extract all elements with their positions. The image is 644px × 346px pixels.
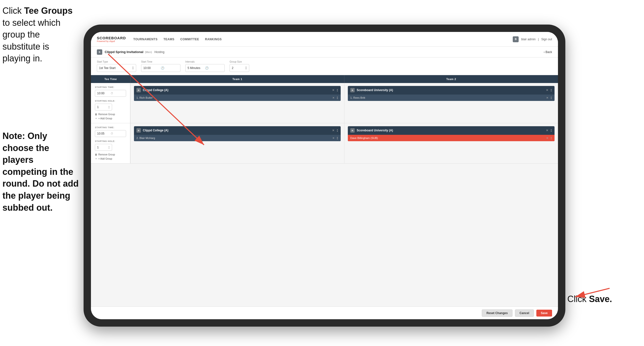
sub-header: B Clippd Spring Invitational (Men) Hosti… bbox=[91, 47, 558, 57]
nav-teams[interactable]: TEAMS bbox=[164, 36, 174, 42]
team2-card-1: B Scoreboard University (A) ✕ ▲▼ Dave Bi… bbox=[348, 126, 554, 141]
team1-header-0: B Clippd College (A) ✕ ▲▼ bbox=[134, 86, 341, 94]
start-time-group: Start Time 10:00 🕐 bbox=[141, 60, 180, 72]
th-team1: Team 1 bbox=[130, 75, 344, 83]
team2-player-row-1-0[interactable]: Dave Billingham (SUB) ✕ ▲▼ bbox=[348, 135, 554, 141]
team1-name-1: Clippd College (A) bbox=[143, 129, 330, 132]
intervals-group: Intervals 5 Minutes 🕐 bbox=[185, 60, 225, 72]
remove-group-btn-1[interactable]: 🗑 Remove Group bbox=[95, 153, 126, 156]
table-header: Tee Time Team 1 Team 2 bbox=[91, 75, 558, 83]
team2-player-close-icon-1-0[interactable]: ✕ bbox=[546, 137, 548, 140]
nav-committee[interactable]: COMMITTEE bbox=[180, 36, 199, 42]
start-type-input[interactable]: 1st Tee Start ▲▼ bbox=[97, 64, 136, 72]
team1-player-row-1-0[interactable]: 2. Blair McHarg ✕ ▲▼ bbox=[134, 135, 341, 141]
team2-card-0: B Scoreboard University (A) ✕ ▲▼ 1. Rees… bbox=[348, 86, 554, 101]
team2-actions-1: ✕ ▲▼ bbox=[546, 129, 552, 132]
team1-chevrons-1[interactable]: ▲▼ bbox=[336, 129, 338, 132]
reset-changes-button[interactable]: Reset Changes bbox=[482, 310, 512, 317]
logo-text: SCOREBOARD bbox=[97, 36, 126, 40]
team2-close-icon-0[interactable]: ✕ bbox=[546, 88, 548, 92]
team2-player-actions-1-0: ✕ ▲▼ bbox=[546, 136, 552, 140]
team1-player-name-0-0: 1. Rich Butler bbox=[136, 96, 332, 99]
nav-rankings[interactable]: RANKINGS bbox=[205, 36, 222, 42]
tee-row: STARTING TIME: 10:05 ⏱ STARTING HOLE: 1 … bbox=[91, 123, 558, 164]
team1-name-0: Clippd College (A) bbox=[143, 88, 330, 92]
team2-player-row-0-0[interactable]: 1. Rees Britt ✕ ▲▼ bbox=[348, 94, 554, 101]
team2-close-icon-1[interactable]: ✕ bbox=[546, 129, 548, 132]
team2-badge-0: B bbox=[350, 88, 355, 92]
group-size-input[interactable]: 2 ▲▼ bbox=[230, 64, 249, 72]
player-close-icon-0-0[interactable]: ✕ bbox=[332, 96, 334, 99]
annotation-bottom-right: Click Save. bbox=[567, 294, 612, 304]
th-tee-time: Tee Time bbox=[91, 75, 130, 83]
group-size-label: Group Size bbox=[230, 60, 249, 63]
tee-time-input-1[interactable]: 10:05 ⏱ bbox=[95, 130, 126, 137]
nav-right: B blair admin | Sign out bbox=[513, 36, 552, 42]
back-button[interactable]: ‹ Back bbox=[544, 50, 552, 54]
nav-links: TOURNAMENTS TEAMS COMMITTEE RANKINGS bbox=[133, 36, 513, 42]
team1-actions-0: ✕ ▲▼ bbox=[332, 88, 338, 92]
team2-chevrons-0[interactable]: ▲▼ bbox=[550, 88, 552, 92]
remove-group-btn-0[interactable]: 🗑 Remove Group bbox=[95, 113, 126, 116]
trash-icon: 🗑 bbox=[95, 113, 97, 116]
trash-icon: 🗑 bbox=[95, 153, 97, 156]
tee-clock-icon-0: ⏱ bbox=[110, 92, 124, 95]
plus-icon: ＋ bbox=[95, 117, 97, 120]
team1-card-0: B Clippd College (A) ✕ ▲▼ 1. Rich Butler bbox=[134, 86, 341, 101]
player-close-icon-1-0[interactable]: ✕ bbox=[332, 137, 334, 140]
start-time-value: 10:00 bbox=[143, 66, 161, 70]
team1-player-name-1-0: 2. Blair McHarg bbox=[136, 137, 332, 139]
team2-chevrons-1[interactable]: ▲▼ bbox=[550, 129, 552, 132]
team1-badge-0: B bbox=[136, 88, 141, 92]
save-button[interactable]: Save bbox=[536, 310, 552, 317]
start-type-value: 1st Tee Start bbox=[99, 66, 130, 70]
intervals-clock-icon: 🕐 bbox=[205, 66, 222, 70]
nav-username: blair admin bbox=[521, 37, 536, 41]
start-type-group: Start Type 1st Tee Start ▲▼ bbox=[97, 60, 136, 72]
tee-actions-0: 🗑 Remove Group ＋ + Add Group bbox=[95, 113, 126, 120]
tee-clock-icon-1: ⏱ bbox=[110, 132, 124, 135]
team1-player-row-0-0[interactable]: 1. Rich Butler ✕ ▲▼ bbox=[134, 94, 341, 101]
team1-chevrons-0[interactable]: ▲▼ bbox=[336, 88, 338, 92]
team2-actions-0: ✕ ▲▼ bbox=[546, 88, 552, 92]
intervals-input[interactable]: 5 Minutes 🕐 bbox=[185, 64, 225, 72]
team1-player-actions-0-0: ✕ ▲▼ bbox=[332, 96, 338, 99]
starting-hole-input-1[interactable]: 1 ▲ ▼ bbox=[95, 144, 112, 151]
tee-time-col-0: STARTING TIME: 10:00 ⏱ STARTING HOLE: 1 … bbox=[91, 83, 130, 123]
tee-time-input-0[interactable]: 10:00 ⏱ bbox=[95, 90, 126, 97]
team1-close-icon-0[interactable]: ✕ bbox=[332, 88, 334, 92]
tee-row: STARTING TIME: 10:00 ⏱ STARTING HOLE: 1 … bbox=[91, 83, 558, 123]
team2-name-1: Scoreboard University (A) bbox=[357, 129, 544, 132]
table-area: Tee Time Team 1 Team 2 STARTING TIME: 10… bbox=[91, 75, 558, 307]
cancel-button[interactable]: Cancel bbox=[515, 310, 534, 317]
team1-cell-1: B Clippd College (A) ✕ ▲▼ 2. Blair McHar… bbox=[130, 123, 344, 163]
start-time-label: Start Time bbox=[141, 60, 180, 63]
tablet-screen: SCOREBOARD Powered by clippd TOURNAMENTS… bbox=[91, 32, 558, 319]
team2-badge-1: B bbox=[350, 128, 355, 133]
add-group-btn-0[interactable]: ＋ + Add Group bbox=[95, 117, 126, 120]
team2-player-close-icon-0-0[interactable]: ✕ bbox=[546, 96, 548, 99]
add-group-btn-1[interactable]: ＋ + Add Group bbox=[95, 157, 126, 160]
team1-header-1: B Clippd College (A) ✕ ▲▼ bbox=[134, 126, 341, 135]
nav-tournaments[interactable]: TOURNAMENTS bbox=[133, 36, 158, 42]
navbar: SCOREBOARD Powered by clippd TOURNAMENTS… bbox=[91, 32, 558, 47]
th-team2: Team 2 bbox=[344, 75, 558, 83]
team2-cell-0: B Scoreboard University (A) ✕ ▲▼ 1. Rees… bbox=[344, 83, 558, 123]
sub-header-hosting: Hosting bbox=[154, 50, 164, 54]
team1-close-icon-1[interactable]: ✕ bbox=[332, 129, 334, 132]
sign-out-link[interactable]: Sign out bbox=[541, 37, 552, 41]
team1-cell-0: B Clippd College (A) ✕ ▲▼ 1. Rich Butler bbox=[130, 83, 344, 123]
team1-badge-1: B bbox=[136, 128, 141, 133]
sub-header-tag: (Men) bbox=[145, 50, 152, 53]
intervals-label: Intervals bbox=[185, 60, 225, 63]
starting-hole-input-0[interactable]: 1 ▲ ▼ bbox=[95, 104, 112, 110]
start-time-input[interactable]: 10:00 🕐 bbox=[141, 64, 180, 72]
group-size-chevrons: ▲▼ bbox=[245, 66, 247, 70]
group-size-value: 2 bbox=[232, 66, 244, 70]
team1-card-1: B Clippd College (A) ✕ ▲▼ 2. Blair McHar… bbox=[134, 126, 341, 141]
team2-name-0: Scoreboard University (A) bbox=[357, 88, 544, 92]
team1-player-actions-1-0: ✕ ▲▼ bbox=[332, 136, 338, 140]
plus-icon: ＋ bbox=[95, 157, 97, 160]
team1-actions-1: ✕ ▲▼ bbox=[332, 129, 338, 132]
sub-header-title: Clippd Spring Invitational bbox=[105, 50, 143, 54]
